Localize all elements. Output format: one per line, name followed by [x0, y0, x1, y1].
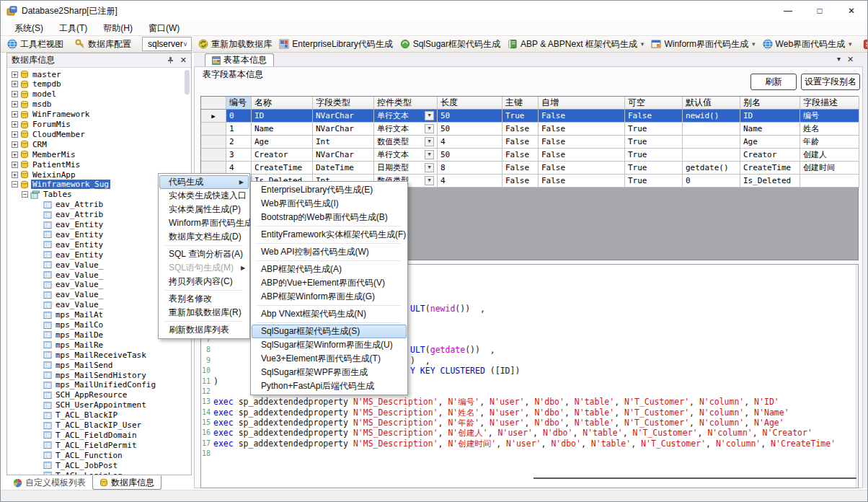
grid-cell[interactable]: False [502, 175, 539, 188]
grid-cell[interactable]: 数值类型▼ [374, 136, 438, 149]
tree-row[interactable]: T_ACL_FieldPermit [43, 440, 138, 450]
tree-item-table[interactable]: SCH_UserAppointment [54, 400, 148, 410]
grid-cell[interactable]: Is_Deleted [740, 175, 800, 188]
tree-item-database[interactable]: msdb [31, 100, 53, 109]
grid-cell[interactable]: 单行文本▼ [374, 149, 438, 162]
grid-cell[interactable]: ID [252, 110, 313, 123]
expand-toggle-icon[interactable]: − [22, 191, 28, 198]
tree-row[interactable]: mps_MailDe [43, 330, 105, 340]
tree-row[interactable]: mps_MailSend [43, 360, 114, 370]
tree-row[interactable]: +CloudMember [12, 129, 87, 139]
grid-cell[interactable]: NVarChar [313, 123, 374, 136]
grid-cell[interactable]: True [625, 175, 683, 188]
context-menu-item-3[interactable]: Winform界面代码生成(W) [159, 216, 249, 230]
toolbar-button-工具栏视图[interactable]: 工具栏视图 [4, 37, 67, 52]
grid-column-header[interactable]: 别名 [740, 97, 800, 110]
bottom-tab-数据库信息[interactable]: 数据库信息 [92, 475, 161, 490]
grid-cell[interactable]: 3 [226, 149, 252, 162]
tree-row[interactable]: +WeixinApp [12, 169, 77, 180]
grid-cell[interactable]: 0 [226, 110, 252, 123]
tree-item-database[interactable]: master [31, 70, 63, 79]
tree-row[interactable]: T_ACL_LoginLog [43, 470, 124, 475]
tree-item-table[interactable]: eav_Value_ [54, 300, 105, 309]
context-menu-item-0[interactable]: 代码生成▶ [159, 175, 249, 189]
code-gen-submenu-item-4[interactable]: EntityFramework实体框架代码生成(F) [252, 228, 407, 242]
tree-item-table[interactable]: eav_Entity [54, 240, 105, 250]
tree-row[interactable]: eav_Value_ [43, 300, 105, 310]
grid-cell[interactable]: Name [252, 123, 313, 136]
grid-column-header[interactable]: 字段描述 [800, 97, 859, 110]
context-menu-item-7[interactable]: SQL语句生成(M)▶ [159, 261, 249, 275]
grid-cell[interactable]: 0 [683, 175, 740, 188]
tree-item-table[interactable]: SCH_AppResource [54, 390, 128, 400]
tree-row[interactable]: mps_MailAt [43, 310, 105, 320]
tree-row[interactable]: mps_MailUnifiedConfig [43, 380, 157, 390]
grid-cell[interactable]: Age [252, 136, 313, 149]
grid-cell[interactable]: 姓名 [800, 123, 859, 136]
sql-horizontal-scrollbar[interactable] [533, 477, 856, 479]
tree-item-database[interactable]: MemberMis [31, 150, 77, 159]
code-gen-submenu-item-18[interactable]: Python+FastApi后端代码生成 [252, 379, 407, 393]
tree-row[interactable]: SCH_AppResource [43, 390, 128, 400]
grid-cell[interactable] [683, 123, 740, 136]
code-gen-submenu-item-6[interactable]: Web API控制器代码生成(W) [252, 245, 407, 259]
tree-row[interactable]: T_ACL_BlackIP [43, 410, 119, 420]
grid-cell[interactable]: 50 [438, 123, 502, 136]
code-gen-submenu-item-10[interactable]: ABP框架Winform界面生成(G) [252, 290, 407, 304]
grid-column-header[interactable]: 默认值 [683, 97, 740, 110]
menubar-item-0[interactable]: 系统(S) [6, 21, 51, 36]
tree-row[interactable]: −Winframework_Sug [12, 180, 110, 190]
combo-dropdown-icon[interactable]: ▼ [425, 111, 434, 120]
grid-cell[interactable]: 50 [438, 149, 502, 162]
grid-column-header[interactable]: 名称 [252, 97, 313, 110]
context-menu-item-11[interactable]: 重新加载数据库(R) [159, 306, 249, 320]
grid-cell[interactable]: 2 [226, 136, 252, 149]
tree-item-table[interactable]: eav_Entity [54, 220, 105, 229]
bottom-tab-自定义模板列表[interactable]: 自定义模板列表 [6, 475, 92, 490]
grid-cell[interactable]: False [502, 162, 539, 175]
tree-item-table[interactable]: mps_MailDe [54, 330, 105, 340]
tree-row[interactable]: −Tables [22, 190, 74, 200]
tree-item-table[interactable]: mps_MailRe [54, 340, 105, 350]
tree-item-database[interactable]: ForumMis [31, 120, 72, 129]
grid-cell[interactable]: newid() [683, 110, 740, 123]
tree-row[interactable]: eav_Value_ [43, 260, 105, 270]
tree-row[interactable]: +tempdb [12, 79, 63, 89]
tree-row[interactable]: +ForumMis [12, 120, 72, 130]
tree-item-table[interactable]: T_ACL_FieldPermit [54, 441, 138, 450]
tree-item-table[interactable]: eav_Attrib [54, 200, 105, 209]
grid-cell[interactable]: getdate() [683, 162, 740, 175]
tree-item-database[interactable]: PatientMis [31, 160, 81, 169]
expand-toggle-icon[interactable]: + [12, 131, 18, 138]
toolbar-button-重新加载数据库[interactable]: 重新加载数据库 [195, 37, 275, 52]
grid-cell[interactable]: 8 [438, 162, 502, 175]
toolbar-button-ABP & ABPNext 框架代码生成[interactable]: ABP & ABPNext 框架代码生成▾ [504, 37, 647, 52]
grid-column-header[interactable]: 编号 [226, 97, 252, 110]
toolbar-button-Web界面代码生成[interactable]: Web界面代码生成▾ [759, 37, 856, 52]
set-field-alias-button[interactable]: 设置字段别名 [801, 74, 860, 90]
grid-cell[interactable]: Age [740, 136, 800, 149]
grid-cell[interactable]: True [625, 162, 683, 175]
tree-item-table[interactable]: mps_MailCo [54, 320, 105, 330]
grid-cell[interactable]: False [625, 110, 683, 123]
grid-column-header[interactable]: 长度 [438, 97, 502, 110]
grid-cell[interactable]: CreateTime [740, 162, 800, 175]
toolbar-button-EnterpriseLibrary代码生成[interactable]: EnterpriseLibrary代码生成 [275, 37, 396, 52]
code-gen-submenu-item-14[interactable]: SqlSugar框架代码生成(S) [252, 325, 407, 338]
tree-row[interactable]: T_ACL_Function [43, 450, 124, 460]
tree-row[interactable]: eav_Attrib [43, 210, 105, 220]
grid-cell[interactable]: 创建时间 [800, 162, 859, 175]
refresh-button[interactable]: 刷新 [750, 74, 797, 90]
grid-column-header[interactable]: 自增 [539, 97, 625, 110]
grid-cell[interactable]: 1 [226, 123, 252, 136]
menubar-item-1[interactable]: 工具(T) [51, 21, 95, 36]
expand-toggle-icon[interactable]: + [12, 151, 18, 158]
expand-toggle-icon[interactable]: + [12, 172, 18, 178]
combo-dropdown-icon[interactable]: ▼ [425, 176, 434, 185]
chevron-down-icon[interactable]: ▾ [837, 55, 841, 64]
tab-table-basic-info[interactable]: 表基本信息 [205, 53, 274, 66]
combo-dropdown-icon[interactable]: ▼ [425, 124, 434, 133]
tree-item-table[interactable]: T_ACL_FieldDomain [54, 431, 138, 440]
window-minimize-button[interactable]: — [772, 1, 804, 21]
tree-row[interactable]: mps_MailReceiveTask [43, 350, 148, 360]
